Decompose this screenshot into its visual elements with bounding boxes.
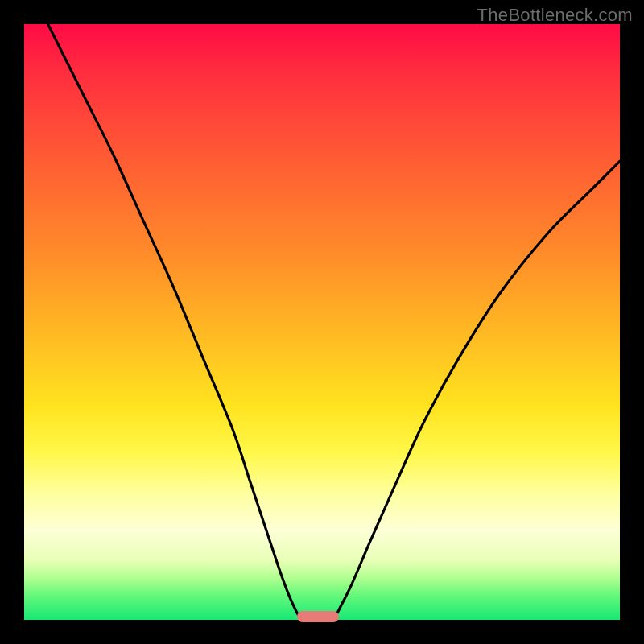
- cusp-marker: [297, 611, 339, 622]
- watermark-text: TheBottleneck.com: [477, 5, 633, 26]
- chart-frame: TheBottleneck.com: [0, 0, 644, 644]
- left-curve: [48, 24, 302, 620]
- curves-svg: [24, 24, 620, 620]
- plot-area: [24, 24, 620, 620]
- right-curve: [334, 161, 620, 620]
